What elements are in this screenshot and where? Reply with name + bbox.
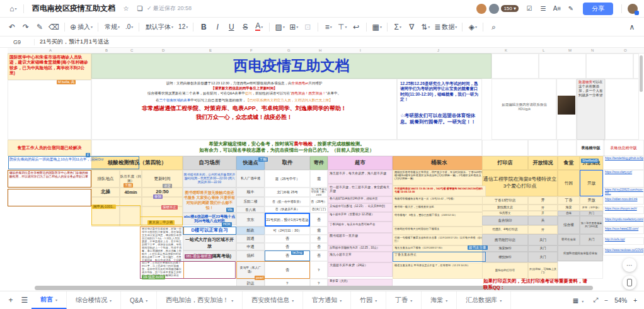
search-icon[interactable]: ⌕ [488,21,498,33]
cell[interactable]: 楼悦快印 [482,252,528,262]
cell[interactable] [482,140,528,156]
cell[interactable] [586,53,633,79]
collapse-toolbar-icon[interactable]: ∧ [627,21,637,33]
cell[interactable]: 圆通 [236,235,265,243]
sheet-tab-丁香[interactable]: 丁香▾ [386,291,422,309]
cell[interactable]: 打印店 [482,156,528,170]
sort-icon[interactable]: ⇅▾ [420,21,430,33]
vertical-scrollbar[interactable] [640,55,643,92]
column-header-O[interactable]: O [624,48,627,52]
cell[interactable]: 丁香13打印店 [482,196,528,205]
cell[interactable]: 新悦图文店 [482,205,528,211]
notes-icon[interactable]: A≡ [552,3,562,15]
column-header-K[interactable]: K [505,48,507,52]
clear-format-icon[interactable]: ⌫ [49,21,59,33]
link-cell[interactable]: https://myxdu.moefactory.com/an... [603,217,644,227]
cell[interactable]: 北门右手边可寄快递（需）24日 [310,188,328,197]
sheet-tab-前言[interactable]: 前言▾ [32,291,67,309]
cell[interactable]: 取件 [265,156,310,170]
cell[interactable]: 京东 [236,213,265,227]
cell[interactable]: 寄件 [310,156,328,170]
cell[interactable]: 西电疫情互助文档 [91,54,492,78]
column-headers[interactable]: ABCDEFGHIJKLMNO [8,48,644,53]
cell[interactable]: 说明：文档由极创永前创建于12.23 12:30，方便西电er即时获取校内各项信… [95,81,394,86]
cell[interactable]: 金合快印 [482,216,528,225]
cell[interactable]: 北操 [91,188,120,197]
cell[interactable]: 否（26号） [310,197,328,206]
cell[interactable]: 综合楼 [558,216,580,234]
link-cell[interactable]: https://ncov.clazy.xyz/ [603,170,644,188]
zoom-out-icon[interactable]: − [604,297,608,304]
cell[interactable]: 海棠 [558,205,580,211]
photo-thumbnail[interactable] [558,96,575,115]
merge-cells-icon[interactable]: ⊡ [302,21,313,33]
fill-color-icon[interactable]: ▨▾ [275,21,285,33]
cell[interactable]: 需（25号中午） [265,170,310,188]
cell[interactable]: 图书馆超市一直开放 [328,233,393,245]
link-cell[interactable]: http://n.kxfs.top/ [603,237,644,245]
cell[interactable]: 北门外取 25号 [265,188,310,197]
cell[interactable]: 天猫超市买不发货（24日） [328,262,393,277]
cell[interactable]: 顺丰 [236,188,265,197]
underline-icon[interactable]: U [226,21,236,33]
selection-handle[interactable] [601,194,603,196]
align-horizontal-icon[interactable]: ≡▾ [323,21,333,33]
cell[interactable]: 急需物资可以在这个表右侧添加，多一个人看到就多一分希望 [577,79,605,140]
cell[interactable]: 竹园前区宿舍每天分时段自行下楼领水 [393,227,486,235]
add-sheet-icon[interactable]: + [6,294,16,306]
sheet-tab-综合楼情况[interactable]: 综合楼情况▾ [67,291,121,309]
cell[interactable]: 否 [310,213,328,227]
decimal-button[interactable]: .0▾ [124,21,134,33]
cell[interactable]: 第二张表里有食堂开门的信息 [580,216,603,234]
cell[interactable]: 否 [310,250,328,261]
cell[interactable]: 确诊的有四位是在学校附近的国际医学中心发热门诊做的核酸检测，所以请同学们为了自己… [8,170,91,188]
sheet-tab-西安疫情信息[interactable]: 西安疫情信息▾ [243,291,303,309]
more-actions-button[interactable]: ⋯ [623,258,636,272]
fullscreen-icon[interactable]: ⤢ [593,296,598,304]
zoom-level[interactable]: 54% [614,297,627,304]
cell[interactable]: 关门 [580,211,603,216]
cell[interactable] [558,261,603,279]
cell[interactable]: 需 [310,170,328,188]
cell[interactable]: 桶装水 [393,156,486,170]
link-cell[interactable]: https://xidian-ncov.dml.ink [603,197,644,205]
cell[interactable]: 自习场所 [183,156,236,170]
cell[interactable]: 每栋宿舍楼桶装水每天送一次（24号10:42，7号楼） [393,196,486,205]
mobile-view-button[interactable] [623,276,636,289]
cell[interactable]: 否 [265,235,310,243]
cell[interactable]: 竹一超市开放，竹三超市开放，食堂奶每天开放 [328,184,393,196]
column-header-N[interactable]: N [591,48,594,52]
column-header-L[interactable]: L [543,48,544,52]
cell[interactable]: 楼道玉泉水停止 百花净水怎么不送了，在等通知（12.23 14:20） [393,262,486,279]
cell[interactable]: 竹园 [558,170,580,196]
column-header-E[interactable]: E [209,48,212,52]
column-header-J[interactable]: J [437,48,439,52]
cell[interactable] [492,53,539,79]
cell[interactable]: 开 [528,211,558,216]
cell[interactable]: 开放（没中饭） [580,205,603,211]
cell[interactable]: 乐阳二楼 [236,197,265,206]
sheet-tab-Q&A[interactable]: Q&A▾ [121,291,157,309]
cell[interactable]: 邮政 [236,227,265,235]
cell[interactable]: 食堂 [558,156,580,170]
cell[interactable]: D楼可以正常自习 [183,227,236,235]
cell[interactable]: 如需编辑左侧内容请联系微信XDUgyk [497,98,552,116]
sheet-list-icon[interactable]: ☰ [20,294,30,306]
cell[interactable]: 排队地点 [91,170,120,188]
cell[interactable] [633,53,639,79]
cell[interactable]: 可（24日11：30） [265,227,310,235]
cell[interactable] [558,140,577,156]
cell[interactable]: 【请更新文档信息的同学备注上更新时间】 [95,86,394,91]
cell[interactable]: 否 [265,243,310,250]
protect-icon[interactable]: ◈▾ [468,21,478,33]
cell[interactable]: 如有余力，可以报名学校志愿者，为抗击疫情出一分自己的力。（目前人员较充足） [95,147,479,154]
cell[interactable]: 40min [120,188,142,197]
cell[interactable]: 宿舍楼海7、8有水，需自己到楼下领水（24日12:10） [393,212,486,227]
font-color-icon[interactable]: A▾ [254,21,264,33]
permission-icon[interactable]: ✎ [566,3,576,15]
cell[interactable]: 海十超市开放（货量很少 12.25更） [328,212,393,222]
cell[interactable]: 超市 [328,156,393,170]
undo-icon[interactable]: ↶ [7,21,17,33]
cell[interactable]: 国际医学中心和朱雀市场有确诊人员轨迹，建议大家错峰食堂就餐(南小张村确诊较多，已… [8,53,91,80]
bold-icon[interactable]: B [198,21,209,33]
